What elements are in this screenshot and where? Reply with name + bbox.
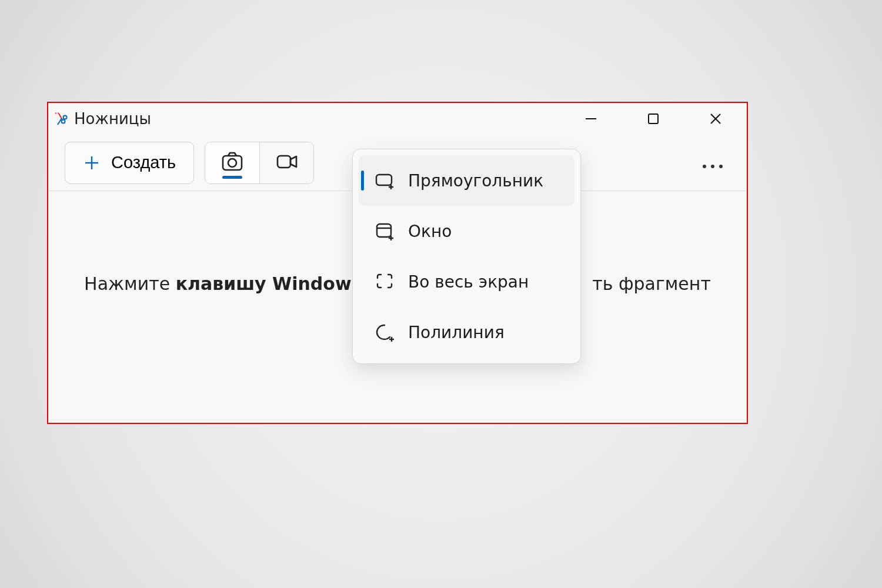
video-mode-button[interactable] <box>259 142 313 183</box>
camera-icon <box>220 149 245 176</box>
menu-item-window[interactable]: Окно <box>359 206 574 256</box>
create-button[interactable]: Создать <box>65 142 194 184</box>
svg-rect-14 <box>376 175 392 185</box>
svg-point-12 <box>711 165 714 168</box>
shape-menu: Прямоугольник Окно Во весь экран <box>352 149 581 364</box>
hint-prefix: Нажмите <box>84 273 176 294</box>
menu-item-label: Прямоугольник <box>408 171 543 191</box>
svg-rect-3 <box>649 114 658 123</box>
hint-bold: клавишу Window <box>176 273 352 294</box>
svg-rect-10 <box>278 156 290 168</box>
ellipsis-icon <box>701 152 724 174</box>
window-icon <box>374 220 395 242</box>
snipping-tool-window: Ножницы Создать <box>47 102 748 424</box>
close-button[interactable] <box>702 105 729 132</box>
app-title: Ножницы <box>74 110 151 128</box>
titlebar: Ножницы <box>48 103 747 135</box>
svg-point-9 <box>228 159 236 167</box>
photo-mode-button[interactable] <box>205 142 259 183</box>
window-controls <box>577 105 747 132</box>
plus-icon <box>83 154 101 172</box>
svg-point-1 <box>64 116 67 119</box>
video-icon <box>275 149 299 176</box>
rectangle-icon <box>374 170 395 191</box>
svg-rect-17 <box>377 224 391 237</box>
menu-item-label: Окно <box>408 222 452 241</box>
menu-item-freeform[interactable]: Полилиния <box>359 307 574 358</box>
maximize-button[interactable] <box>640 105 667 132</box>
freeform-icon <box>374 322 395 343</box>
menu-item-label: Полилиния <box>408 323 505 342</box>
minimize-button[interactable] <box>577 105 604 132</box>
svg-point-13 <box>719 165 723 168</box>
svg-point-11 <box>703 165 706 168</box>
create-button-label: Создать <box>111 153 176 172</box>
menu-item-fullscreen[interactable]: Во весь экран <box>359 256 574 307</box>
more-button[interactable] <box>695 145 730 181</box>
fullscreen-icon <box>374 271 395 292</box>
svg-point-0 <box>62 120 65 123</box>
menu-item-label: Во весь экран <box>408 272 529 292</box>
svg-rect-8 <box>223 156 242 170</box>
scissors-icon <box>54 112 68 126</box>
menu-item-rectangle[interactable]: Прямоугольник <box>359 155 574 206</box>
hint-suffix: ть фрагмент <box>592 273 711 294</box>
capture-mode-group <box>205 142 314 184</box>
